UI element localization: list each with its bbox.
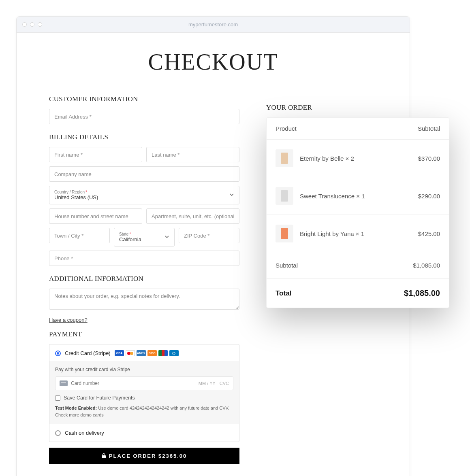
card-cvc-hint[interactable]: CVC (220, 381, 229, 386)
order-header-product: Product (276, 125, 418, 132)
discover-icon: DISC (147, 350, 157, 356)
traffic-light-minimize-icon[interactable] (30, 22, 34, 27)
stripe-body: Pay with your credit card via Stripe MM … (49, 361, 239, 424)
payment-box: Credit Card (Stripe) VISA AMEX DISC ◯ Pa… (49, 344, 239, 442)
subtotal-value: $1,085.00 (413, 262, 440, 269)
section-billing: BILLING DETAILS (49, 133, 239, 141)
zip-wrapper[interactable] (179, 228, 239, 243)
first-name-wrapper[interactable] (49, 147, 142, 162)
chevron-down-icon (229, 191, 234, 199)
order-item-row: Sweet Translucence × 1$290.00 (267, 177, 449, 215)
jcb-icon (158, 350, 168, 356)
country-value: United States (US) (54, 194, 98, 200)
order-item-row: Bright Light by Yana × 1$425.00 (267, 215, 449, 252)
city-field[interactable] (54, 233, 105, 239)
product-thumb (276, 149, 293, 167)
state-value: California (119, 236, 141, 242)
street-field[interactable] (54, 213, 137, 219)
product-thumb (276, 225, 293, 242)
svg-rect-1 (61, 382, 66, 383)
order-item-row: Eternity by Belle × 2$370.00 (267, 140, 449, 177)
last-name-wrapper[interactable] (146, 147, 239, 162)
card-expiry-hint[interactable]: MM / YY (199, 381, 216, 386)
email-field[interactable] (54, 114, 234, 120)
subtotal-label: Subtotal (276, 262, 413, 269)
address-bar-text: myperfumestore.com (17, 21, 410, 28)
email-field-wrapper[interactable] (49, 109, 239, 124)
order-total-row: Total $1,085.00 (267, 279, 449, 308)
order-item-name: Bright Light by Yana × 1 (300, 230, 418, 237)
page-title: CHECKOUT (49, 49, 377, 75)
apartment-field[interactable] (152, 213, 234, 219)
section-customer-info: CUSTOMER INFORMATION (49, 95, 239, 103)
chevron-down-icon (164, 234, 169, 241)
company-wrapper[interactable] (49, 166, 239, 182)
diners-icon: ◯ (169, 350, 179, 356)
traffic-light-close-icon[interactable] (22, 22, 27, 27)
order-header-subtotal: Subtotal (418, 125, 440, 132)
payment-method-credit-card[interactable]: Credit Card (Stripe) VISA AMEX DISC ◯ (49, 344, 239, 361)
traffic-light-zoom-icon[interactable] (38, 22, 42, 27)
coupon-link[interactable]: Have a coupon? (49, 317, 239, 323)
last-name-field[interactable] (152, 152, 234, 158)
order-item-name: Eternity by Belle × 2 (300, 155, 418, 162)
phone-wrapper[interactable] (49, 251, 239, 266)
radio-credit-card[interactable] (55, 351, 61, 356)
save-card-row[interactable]: Save Card for Future Payments (55, 395, 233, 401)
state-label: State* (119, 232, 131, 236)
first-name-field[interactable] (54, 152, 137, 158)
order-notes-field[interactable] (49, 289, 239, 310)
order-header-row: Product Subtotal (267, 118, 449, 140)
visa-icon: VISA (115, 350, 124, 356)
order-subtotal-row: Subtotal $1,085.00 (267, 252, 449, 279)
card-number-field[interactable] (71, 380, 195, 386)
state-select[interactable]: State* California (114, 228, 175, 246)
radio-cod[interactable] (55, 430, 61, 436)
order-item-price: $425.00 (418, 230, 440, 237)
apartment-wrapper[interactable] (146, 208, 239, 224)
cod-label: Cash on delivery (65, 430, 104, 436)
lock-icon (102, 453, 106, 458)
browser-window: myperfumestore.com CHECKOUT CUSTOMER INF… (16, 16, 410, 476)
save-card-checkbox[interactable] (55, 395, 60, 401)
svg-rect-0 (61, 382, 66, 385)
order-item-price: $370.00 (418, 155, 440, 162)
place-order-button[interactable]: PLACE ORDER $2365.00 (49, 448, 239, 464)
section-order: YOUR ORDER (266, 104, 449, 112)
zip-field[interactable] (184, 233, 234, 239)
page-body: CHECKOUT CUSTOMER INFORMATION BILLING DE… (17, 33, 410, 476)
city-wrapper[interactable] (49, 228, 110, 243)
product-thumb (276, 187, 293, 205)
mastercard-icon (126, 350, 135, 356)
order-summary: YOUR ORDER Product Subtotal Eternity by … (266, 104, 449, 308)
total-value: $1,085.00 (404, 289, 440, 298)
traffic-light-group (22, 22, 42, 27)
credit-card-label: Credit Card (Stripe) (65, 350, 111, 356)
country-select[interactable]: Country / Region* United States (US) (49, 186, 239, 204)
card-brand-icons: VISA AMEX DISC ◯ (115, 350, 179, 356)
order-item-name: Sweet Translucence × 1 (300, 193, 418, 200)
section-additional: ADDITIONAL INFORMATION (49, 275, 239, 283)
checkout-form: CUSTOMER INFORMATION BILLING DETAILS (49, 95, 239, 464)
company-field[interactable] (54, 171, 234, 177)
order-card: Product Subtotal Eternity by Belle × 2$3… (266, 117, 449, 308)
total-label: Total (276, 289, 404, 298)
country-label: Country / Region* (54, 190, 87, 194)
payment-method-cod[interactable]: Cash on delivery (49, 424, 239, 442)
stripe-helper-text: Pay with your credit card via Stripe (55, 367, 233, 372)
phone-field[interactable] (54, 255, 234, 261)
credit-card-icon (60, 380, 68, 386)
card-input-row[interactable]: MM / YY CVC (55, 376, 233, 390)
amex-icon: AMEX (137, 350, 146, 356)
test-mode-note: Test Mode Enabled: Use demo card 4242424… (55, 405, 233, 418)
place-order-label: PLACE ORDER $2365.00 (109, 453, 187, 459)
browser-chrome: myperfumestore.com (17, 17, 410, 33)
order-items: Eternity by Belle × 2$370.00Sweet Transl… (267, 140, 449, 252)
save-card-label: Save Card for Future Payments (64, 395, 135, 401)
street-wrapper[interactable] (49, 208, 142, 224)
order-item-price: $290.00 (418, 193, 440, 200)
section-payment: PAYMENT (49, 330, 239, 338)
